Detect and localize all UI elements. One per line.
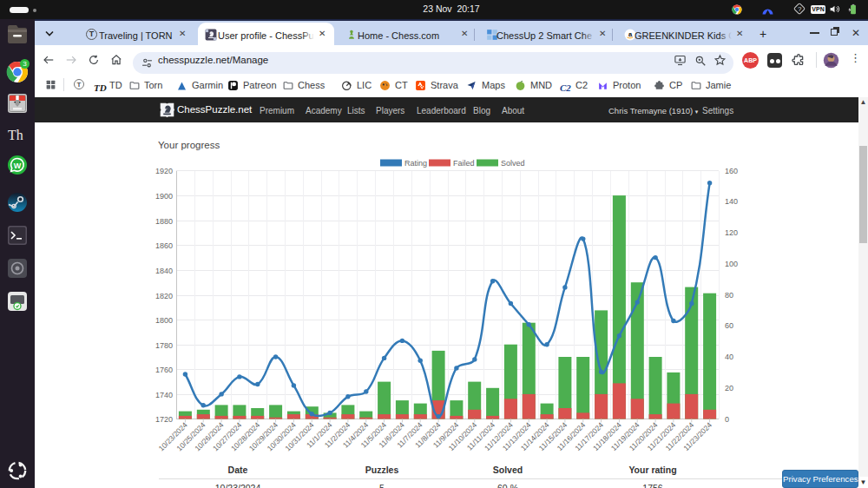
svg-text:0: 0 xyxy=(725,415,729,424)
svg-text:160: 160 xyxy=(725,167,738,175)
svg-text:1880: 1880 xyxy=(155,217,173,226)
svg-text:Failed: Failed xyxy=(453,159,475,168)
svg-text:Rating: Rating xyxy=(404,159,427,168)
svg-text:1800: 1800 xyxy=(155,316,173,325)
svg-text:140: 140 xyxy=(725,197,738,206)
svg-text:1900: 1900 xyxy=(155,192,173,201)
svg-text:1920: 1920 xyxy=(155,167,173,175)
svg-text:80: 80 xyxy=(725,291,733,300)
svg-text:1760: 1760 xyxy=(155,366,173,374)
svg-text:1840: 1840 xyxy=(155,267,173,275)
svg-text:1780: 1780 xyxy=(155,341,173,350)
svg-text:1860: 1860 xyxy=(155,241,173,250)
svg-text:100: 100 xyxy=(725,260,738,268)
svg-text:1740: 1740 xyxy=(155,391,173,399)
svg-text:20: 20 xyxy=(725,384,733,392)
svg-text:40: 40 xyxy=(725,353,733,361)
svg-text:60: 60 xyxy=(725,321,733,330)
svg-text:Solved: Solved xyxy=(501,159,525,168)
svg-text:1720: 1720 xyxy=(155,415,173,424)
svg-text:1820: 1820 xyxy=(155,292,173,300)
svg-text:120: 120 xyxy=(725,228,738,237)
